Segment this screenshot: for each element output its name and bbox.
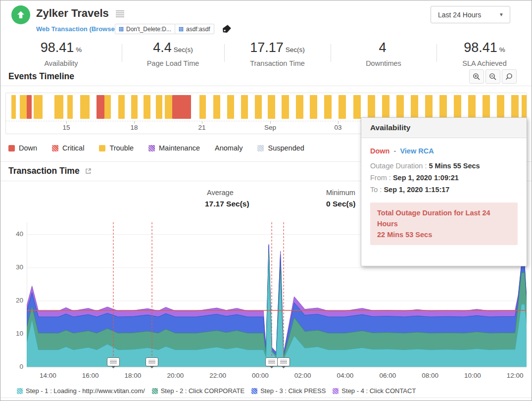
timeline-bar-trouble[interactable]: [439, 95, 447, 119]
menu-icon[interactable]: [116, 10, 124, 18]
stat-divider: [224, 44, 225, 62]
timeline-bar-trouble[interactable]: [468, 95, 476, 119]
timeline-bar-trouble[interactable]: [353, 95, 361, 119]
annotation-marker-icon[interactable]: [107, 357, 120, 366]
timeline-bar-trouble[interactable]: [339, 95, 346, 119]
x-axis-label: 10:00: [457, 372, 488, 379]
annotation-marker-icon[interactable]: [145, 357, 158, 366]
x-axis-label: 16:00: [75, 372, 106, 379]
timeline-bar-trouble[interactable]: [425, 95, 433, 119]
view-rca-link[interactable]: View RCA: [400, 147, 434, 155]
events-timeline-title: Events Timeline: [8, 71, 74, 82]
legend-label: Maintenance: [159, 144, 200, 152]
time-range-dropdown[interactable]: Last 24 Hours ▼: [431, 6, 510, 23]
stat-divider: [436, 44, 437, 62]
x-axis-label: 12:00: [499, 372, 531, 379]
total-outage-box: Total Outage Duration for Last 24 Hours …: [370, 202, 518, 245]
timeline-bar-trouble[interactable]: [522, 95, 527, 119]
legend-item[interactable]: Trouble: [99, 144, 134, 152]
timeline-zoom-controls: [469, 69, 517, 84]
timeline-bar-trouble[interactable]: [80, 95, 90, 119]
tag-icon[interactable]: [222, 24, 232, 36]
legend-swatch: [8, 145, 15, 151]
timeline-bar-trouble[interactable]: [368, 95, 375, 119]
average-value: 17.17 Sec(s): [205, 200, 249, 208]
timeline-bar-trouble[interactable]: [411, 95, 418, 119]
annotation-marker-icon[interactable]: [277, 357, 290, 366]
timeline-bar-trouble[interactable]: [296, 95, 303, 119]
transaction-time-title: Transaction Time: [8, 166, 80, 176]
external-link-icon[interactable]: [85, 167, 92, 176]
timeline-bar-trouble[interactable]: [241, 95, 248, 119]
timeline-bar-trouble[interactable]: [67, 95, 73, 119]
timeline-bar-trouble[interactable]: [396, 95, 404, 119]
legend-item[interactable]: Maintenance: [148, 144, 200, 152]
stat-divider: [122, 44, 122, 62]
legend-label: Critical: [62, 144, 84, 152]
timeline-bar-trouble[interactable]: [104, 95, 111, 119]
average-label: Average: [207, 189, 234, 197]
annotation-marker-icon[interactable]: [265, 357, 278, 366]
y-axis-label: 40: [4, 230, 23, 238]
legend-item[interactable]: Step - 1 : Loading - http://www.vtitan.c…: [17, 387, 145, 395]
timeline-bar-trouble[interactable]: [268, 95, 275, 119]
timeline-bar-trouble[interactable]: [483, 95, 490, 119]
x-axis-label: 02:00: [287, 372, 319, 379]
separator: -: [394, 147, 396, 155]
zoom-reset-button[interactable]: [502, 69, 517, 84]
timeline-tick-label: 03: [323, 124, 353, 131]
timeline-bar-trouble[interactable]: [131, 95, 138, 119]
zoom-in-button[interactable]: [469, 69, 484, 84]
legend-label: Step - 1 : Loading - http://www.vtitan.c…: [26, 387, 145, 395]
legend-item[interactable]: Critical: [52, 144, 84, 152]
legend-label: Step - 2 : Click CORPORATE: [161, 387, 245, 395]
timeline-bar-trouble[interactable]: [20, 95, 27, 119]
timeline-bar-trouble[interactable]: [199, 95, 206, 119]
timeline-bar-trouble[interactable]: [11, 95, 16, 119]
series-swatch: [17, 388, 23, 394]
stat-divider: [331, 44, 331, 62]
timeline-bar-trouble[interactable]: [454, 95, 461, 119]
timeline-bar-trouble[interactable]: [34, 95, 43, 119]
timeline-bar-down[interactable]: [172, 95, 191, 119]
total-outage-label: Total Outage Duration for Last 24 Hours: [377, 207, 511, 229]
timeline-bar-trouble[interactable]: [54, 95, 63, 119]
legend-item[interactable]: Anomaly: [215, 144, 242, 152]
monitor-status-up-icon: [11, 5, 30, 24]
timeline-bar-trouble[interactable]: [156, 95, 162, 119]
legend-item[interactable]: Step - 2 : Click CORPORATE: [152, 387, 245, 395]
x-axis-label: 18:00: [117, 372, 149, 379]
timeline-bar-trouble[interactable]: [310, 95, 317, 119]
legend-item[interactable]: Step - 4 : Click CONTACT: [333, 387, 416, 395]
series-swatch: [251, 388, 257, 394]
time-range-value: Last 24 Hours: [438, 11, 481, 19]
timeline-bar-trouble[interactable]: [165, 95, 172, 119]
tag-chip[interactable]: Don't_Delete:D...: [115, 24, 175, 34]
timeline-bar-trouble[interactable]: [255, 95, 262, 119]
timeline-bar-trouble[interactable]: [118, 95, 125, 119]
legend-label: Suspended: [268, 144, 304, 152]
timeline-bar-down[interactable]: [27, 95, 32, 119]
monitor-type-link[interactable]: Web Transaction (Browser): [36, 25, 119, 33]
timeline-bar-trouble[interactable]: [213, 95, 220, 119]
legend-item[interactable]: Step - 3 : Click PRESS: [251, 387, 326, 395]
timeline-bar-trouble[interactable]: [144, 95, 150, 119]
timeline-tick-label: 18: [119, 124, 149, 131]
timeline-bar-trouble[interactable]: [382, 95, 389, 119]
timeline-bar-trouble[interactable]: [227, 95, 234, 119]
legend-swatch: [99, 145, 105, 151]
series-swatch: [333, 388, 339, 394]
legend-item[interactable]: Down: [8, 144, 37, 152]
legend-item[interactable]: Suspended: [257, 144, 304, 152]
y-axis-label: 0: [4, 363, 23, 370]
outage-to-row: To : Sep 1, 2020 1:15:17: [370, 184, 518, 196]
timeline-bar-down[interactable]: [97, 95, 104, 119]
zoom-out-button[interactable]: [485, 69, 500, 84]
timeline-bar-trouble[interactable]: [282, 95, 289, 119]
tooltip-status-line: Down - View RCA: [370, 147, 518, 155]
timeline-bar-trouble[interactable]: [511, 95, 519, 119]
timeline-bar-trouble[interactable]: [497, 95, 504, 119]
stat-transaction-time: 17.17Sec(s) Transaction Time: [224, 40, 331, 67]
tag-chip[interactable]: asdf:asdf: [175, 24, 214, 34]
timeline-bar-trouble[interactable]: [324, 95, 332, 119]
